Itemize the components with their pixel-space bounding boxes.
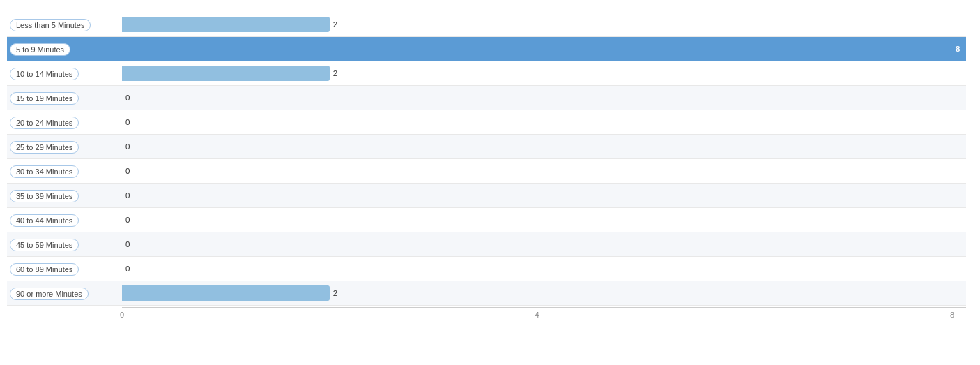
- bar-row: 45 to 59 Minutes0: [7, 232, 966, 257]
- bar-row: Less than 5 Minutes2: [7, 13, 966, 37]
- bar-wrapper: 0: [122, 110, 966, 134]
- bar-label-pill: 30 to 34 Minutes: [10, 165, 79, 178]
- bar-fill: [122, 66, 330, 81]
- bar-label-pill: 35 to 39 Minutes: [10, 190, 79, 202]
- bar-label-pill: Less than 5 Minutes: [10, 19, 91, 31]
- bar-row: 40 to 44 Minutes0: [7, 208, 966, 232]
- bar-value: 0: [125, 94, 130, 102]
- bar-label-pill: 45 to 59 Minutes: [10, 239, 79, 251]
- bar-wrapper: 8: [122, 37, 966, 61]
- bar-label: 20 to 24 Minutes: [7, 116, 122, 129]
- bar-label: Less than 5 Minutes: [7, 18, 122, 31]
- bar-row: 35 to 39 Minutes0: [7, 184, 966, 208]
- bar-wrapper: 0: [122, 86, 966, 110]
- bar-wrapper: 0: [122, 232, 966, 256]
- bar-label: 45 to 59 Minutes: [7, 238, 122, 251]
- bar-wrapper: 0: [122, 159, 966, 183]
- bar-value: 0: [125, 118, 130, 126]
- bar-value: 2: [333, 20, 337, 29]
- bar-wrapper: 2: [122, 13, 966, 36]
- bar-label: 25 to 29 Minutes: [7, 140, 122, 154]
- bar-label: 15 to 19 Minutes: [7, 91, 122, 105]
- x-tick-label: 8: [950, 311, 954, 319]
- bar-label-pill: 40 to 44 Minutes: [10, 214, 79, 227]
- bar-label: 60 to 89 Minutes: [7, 262, 122, 276]
- bar-fill: [122, 285, 330, 301]
- bar-label-pill: 25 to 29 Minutes: [10, 141, 79, 154]
- bar-wrapper: 0: [122, 208, 966, 232]
- bar-value: 0: [125, 167, 130, 175]
- bar-label-pill: 15 to 19 Minutes: [10, 92, 79, 105]
- bar-wrapper: 2: [122, 61, 966, 85]
- bar-value: 2: [333, 289, 337, 297]
- chart-container: Less than 5 Minutes25 to 9 Minutes810 to…: [0, 0, 980, 365]
- bar-value: 0: [125, 191, 130, 200]
- bar-fill: [122, 41, 952, 57]
- bar-label: 10 to 14 Minutes: [7, 67, 122, 80]
- bar-value: 0: [125, 240, 130, 248]
- bar-fill: [122, 17, 330, 32]
- x-axis: 048: [122, 307, 966, 321]
- bar-wrapper: 2: [122, 281, 966, 305]
- bar-label: 90 or more Minutes: [7, 287, 122, 300]
- bar-value: 8: [956, 45, 960, 53]
- bar-row: 5 to 9 Minutes8: [7, 37, 966, 61]
- bar-label: 5 to 9 Minutes: [7, 43, 122, 56]
- bar-label-pill: 90 or more Minutes: [10, 288, 89, 300]
- x-tick-label: 0: [120, 311, 124, 319]
- bar-wrapper: 0: [122, 257, 966, 281]
- bar-label: 40 to 44 Minutes: [7, 214, 122, 227]
- bar-row: 15 to 19 Minutes0: [7, 86, 966, 110]
- bar-value: 0: [125, 265, 130, 273]
- bar-row: 60 to 89 Minutes0: [7, 257, 966, 281]
- bar-row: 30 to 34 Minutes0: [7, 159, 966, 184]
- bar-wrapper: 0: [122, 135, 966, 158]
- bars-and-grid: Less than 5 Minutes25 to 9 Minutes810 to…: [7, 13, 966, 306]
- bar-value: 2: [333, 69, 337, 77]
- bar-value: 0: [125, 142, 130, 151]
- bar-label-pill: 60 to 89 Minutes: [10, 263, 79, 276]
- bar-label: 35 to 39 Minutes: [7, 189, 122, 202]
- bar-row: 90 or more Minutes2: [7, 281, 966, 306]
- bar-wrapper: 0: [122, 184, 966, 207]
- bar-row: 25 to 29 Minutes0: [7, 135, 966, 159]
- x-tick-label: 4: [535, 311, 539, 319]
- bar-label-pill: 20 to 24 Minutes: [10, 117, 79, 129]
- bar-row: 10 to 14 Minutes2: [7, 61, 966, 86]
- bar-label: 30 to 34 Minutes: [7, 165, 122, 178]
- bar-label-pill: 5 to 9 Minutes: [10, 43, 70, 56]
- bar-label-pill: 10 to 14 Minutes: [10, 68, 79, 80]
- bar-row: 20 to 24 Minutes0: [7, 110, 966, 135]
- bar-value: 0: [125, 216, 130, 224]
